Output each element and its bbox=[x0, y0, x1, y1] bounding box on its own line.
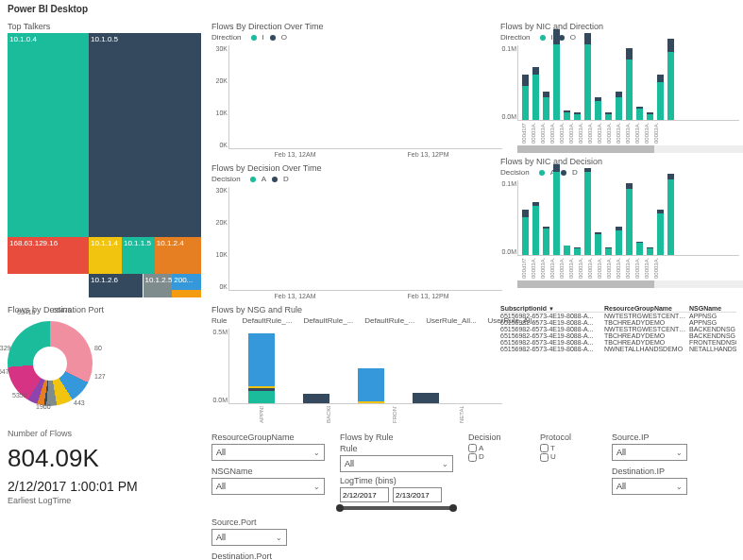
table-row[interactable]: 65156982-6573-4E19-8088-A...TBCHREADYDEM… bbox=[500, 332, 736, 339]
sort-desc-icon[interactable]: ▼ bbox=[549, 306, 554, 312]
logtime-to-input[interactable] bbox=[393, 487, 442, 502]
nsg-rule-title: Flows by NSG and Rule bbox=[211, 305, 495, 314]
table-row[interactable]: 65156982-6573-4E19-8088-A...TBCHREADYDEM… bbox=[500, 319, 736, 326]
scrollbar[interactable] bbox=[517, 145, 743, 153]
bar[interactable] bbox=[574, 112, 581, 120]
src-port-dropdown[interactable]: All⌄ bbox=[211, 529, 287, 546]
src-ip-dropdown[interactable]: All⌄ bbox=[612, 444, 687, 461]
treemap-cell[interactable]: 10.1.0.5 bbox=[89, 33, 201, 237]
bar[interactable] bbox=[605, 112, 612, 120]
table-row[interactable]: 65156982-6573-4E19-8088-A...TBCHREADYDEM… bbox=[500, 339, 736, 346]
dot-icon bbox=[561, 170, 566, 176]
treemap-cell[interactable]: 10.1.2.5 bbox=[144, 274, 173, 297]
logtime-from-input[interactable] bbox=[340, 487, 389, 502]
kpi-value: 804.09K bbox=[8, 444, 206, 473]
flows-decision-legend: Decision A D bbox=[211, 175, 495, 183]
bar[interactable] bbox=[667, 174, 674, 255]
bar[interactable] bbox=[647, 247, 653, 255]
bar[interactable] bbox=[616, 92, 622, 120]
panel-dest-port: Flows by Destination Port 65476801274431… bbox=[8, 305, 206, 423]
decision-opt-a[interactable]: A bbox=[468, 444, 525, 452]
bar[interactable] bbox=[626, 48, 633, 120]
bar[interactable] bbox=[413, 393, 439, 403]
bar[interactable] bbox=[522, 210, 529, 255]
flows-nic-dir-chart[interactable]: 0.1M0.0M bbox=[517, 45, 739, 121]
table-row[interactable]: 65156982-6573-4E19-8088-A...NWNETALLHAND… bbox=[500, 346, 736, 352]
bar[interactable] bbox=[636, 242, 643, 255]
bar[interactable] bbox=[584, 168, 591, 255]
flows-direction-legend: Direction I O bbox=[211, 33, 495, 42]
chevron-down-icon: ⌄ bbox=[313, 483, 320, 491]
kpi-date: 2/12/2017 1:00:01 PM bbox=[8, 479, 206, 494]
treemap-cell[interactable]: 10.1.1.5 bbox=[122, 237, 155, 274]
treemap-cell[interactable]: 10.1.1.4 bbox=[89, 237, 122, 274]
panel-top-talkers: Top Talkers 10.1.0.410.1.0.5168.63.129.1… bbox=[8, 22, 206, 299]
bar[interactable] bbox=[358, 368, 384, 403]
bar[interactable] bbox=[605, 247, 612, 255]
bar[interactable] bbox=[543, 92, 549, 120]
flows-nic-dec-title: Flows by NIC and Decision bbox=[500, 157, 743, 166]
bar[interactable] bbox=[522, 75, 529, 120]
bar[interactable] bbox=[626, 183, 633, 255]
treemap-cell[interactable]: 200... bbox=[172, 274, 201, 290]
slicer-protocol: Protocol T U bbox=[540, 433, 597, 510]
nsg-dropdown[interactable]: All⌄ bbox=[211, 478, 325, 495]
bar[interactable] bbox=[657, 75, 664, 120]
bar[interactable] bbox=[616, 227, 622, 255]
scrollbar[interactable] bbox=[517, 280, 743, 288]
scrollbar-thumb[interactable] bbox=[517, 280, 654, 288]
bar[interactable] bbox=[543, 227, 549, 255]
table-row[interactable]: 65156982-6573-4E19-8088-A...NWTESTRGWEST… bbox=[500, 313, 736, 319]
flows-nic-dec-chart[interactable]: 0.1M0.0M bbox=[517, 180, 739, 256]
logtime-slider[interactable] bbox=[340, 506, 453, 510]
panel-table: Subscriptionid ▼ ResourceGroupName NSGNa… bbox=[500, 305, 743, 423]
bar[interactable] bbox=[595, 232, 601, 255]
flows-decision-chart[interactable]: 30K20K10K0K bbox=[228, 187, 502, 291]
bar[interactable] bbox=[553, 164, 560, 255]
bar[interactable] bbox=[574, 247, 581, 255]
bar[interactable] bbox=[647, 112, 653, 120]
kpi-label: Number of Flows bbox=[8, 429, 206, 438]
scrollbar-thumb[interactable] bbox=[517, 145, 654, 153]
protocol-opt-t[interactable]: T bbox=[540, 444, 597, 452]
bar[interactable] bbox=[636, 107, 643, 120]
chevron-down-icon: ⌄ bbox=[276, 534, 282, 542]
bar[interactable] bbox=[564, 110, 570, 120]
treemap-cell[interactable]: 168.63.129.16 bbox=[8, 237, 89, 274]
treemap[interactable]: 10.1.0.410.1.0.5168.63.129.1610.1.1.410.… bbox=[8, 33, 201, 297]
flows-direction-chart[interactable]: 30K20K10K0K bbox=[228, 45, 502, 149]
treemap-cell[interactable] bbox=[172, 290, 201, 297]
table-row[interactable]: 65156982-6573-4E19-8088-A...NWTESTRGWEST… bbox=[500, 326, 736, 332]
panel-flows-time: Flows By Direction Over Time Direction I… bbox=[211, 22, 495, 299]
treemap-cell[interactable]: 10.1.0.4 bbox=[8, 33, 89, 237]
bar[interactable] bbox=[584, 33, 591, 120]
dst-ip-dropdown[interactable]: All⌄ bbox=[612, 478, 687, 495]
bar[interactable] bbox=[564, 246, 570, 255]
nsg-rule-chart[interactable]: 0.5M0.0M bbox=[228, 329, 502, 404]
flows-direction-title: Flows By Direction Over Time bbox=[211, 22, 495, 31]
bar[interactable] bbox=[532, 202, 539, 255]
bar[interactable] bbox=[553, 29, 560, 120]
slicers: ResourceGroupName All⌄ NSGName All⌄ Flow… bbox=[211, 433, 743, 560]
treemap-cell[interactable]: 10.1.2.6 bbox=[89, 274, 143, 297]
bar[interactable] bbox=[303, 394, 329, 403]
dot-icon bbox=[272, 177, 278, 182]
slicer-decision: Decision A D bbox=[468, 433, 525, 510]
table-header: Subscriptionid ▼ ResourceGroupName NSGNa… bbox=[500, 305, 736, 313]
dot-icon bbox=[250, 177, 256, 182]
bar[interactable] bbox=[248, 333, 275, 403]
decision-opt-d[interactable]: D bbox=[468, 452, 525, 461]
protocol-opt-u[interactable]: U bbox=[540, 452, 597, 461]
dot-icon bbox=[540, 35, 546, 41]
dot-icon bbox=[539, 170, 545, 176]
resource-group-dropdown[interactable]: All⌄ bbox=[211, 444, 325, 461]
bar[interactable] bbox=[595, 97, 601, 120]
chevron-down-icon: ⌄ bbox=[676, 449, 683, 457]
subscription-table[interactable]: Subscriptionid ▼ ResourceGroupName NSGNa… bbox=[500, 305, 736, 352]
bar[interactable] bbox=[532, 67, 539, 120]
bar[interactable] bbox=[657, 210, 664, 255]
panel-nsg-rule: Flows by NSG and Rule Rule DefaultRule_.… bbox=[211, 305, 495, 423]
treemap-cell[interactable]: 10.1.2.4 bbox=[155, 237, 201, 274]
bar[interactable] bbox=[667, 39, 674, 120]
rule-dropdown[interactable]: All⌄ bbox=[340, 455, 453, 472]
